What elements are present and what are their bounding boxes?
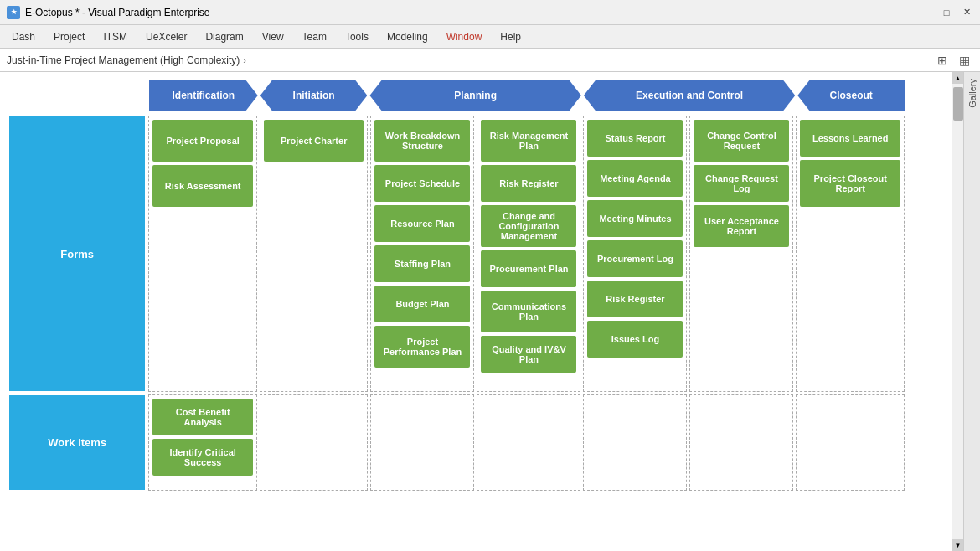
card-quality-plan[interactable]: Quality and IV&V Plan [481,336,576,373]
menu-help[interactable]: Help [492,28,529,45]
identification-column: Project Proposal Risk Assessment Cost Be… [148,116,257,491]
card-risk-assessment[interactable]: Risk Assessment [152,165,253,207]
title-bar-left: ★ E-Octopus * - Visual Paradigm Enterpri… [7,6,210,19]
row-labels: Forms Work Items [8,116,146,491]
execution-forms-sub1: Status Report Meeting Agenda Meeting Min… [583,116,687,392]
closeout-forms-section: Lessons Learned Project Closeout Report [796,116,905,392]
card-communications-plan[interactable]: Communications Plan [481,291,576,332]
menu-bar: Dash Project ITSM UeXceler Diagram View … [0,25,980,49]
card-cost-benefit-analysis[interactable]: Cost Benefit Analysis [152,399,253,435]
card-issues-log[interactable]: Issues Log [587,321,683,358]
planning-sub1: Work Breakdown Structure Project Schedul… [370,116,474,491]
menu-project[interactable]: Project [45,28,93,45]
forms-label: Forms [8,116,146,392]
phase-closeout: Closeout [797,80,905,111]
breadcrumb-icons: ⊞ ▦ [933,51,973,70]
card-risk-register-exec[interactable]: Risk Register [587,281,683,317]
closeout-workitems-section [796,394,905,491]
execution-forms-sub2: Change Control Request Change Request Lo… [689,116,793,392]
card-project-closeout[interactable]: Project Closeout Report [800,160,900,207]
menu-uexceler[interactable]: UeXceler [137,28,195,45]
card-project-charter[interactable]: Project Charter [264,120,364,162]
planning-column: Work Breakdown Structure Project Schedul… [370,116,580,491]
diagram-canvas: Identification Initiation Planning Execu… [0,72,913,524]
planning-workitems-sub2 [477,394,580,491]
breadcrumb-arrow: › [243,55,246,65]
card-user-acceptance[interactable]: User Acceptance Report [694,205,789,247]
card-meeting-minutes[interactable]: Meeting Minutes [587,200,683,237]
menu-dash[interactable]: Dash [3,28,44,45]
planning-forms-sub2: Risk Management Plan Risk Register Chang… [477,116,580,392]
menu-tools[interactable]: Tools [337,28,377,45]
identification-workitems-section: Cost Benefit Analysis Identify Critical … [148,394,257,491]
execution-sub1: Status Report Meeting Agenda Meeting Min… [583,116,687,491]
initiation-column: Project Charter [260,116,369,491]
phase-identification: Identification [149,80,258,111]
workitems-label: Work Items [8,394,146,491]
maximize-button[interactable]: □ [940,6,953,19]
initiation-forms-section: Project Charter [260,116,369,392]
phase-execution: Execution and Control [584,80,795,111]
execution-column: Status Report Meeting Agenda Meeting Min… [583,116,793,491]
initiation-workitems-section [260,394,369,491]
card-lessons-learned[interactable]: Lessons Learned [800,120,900,157]
menu-diagram[interactable]: Diagram [197,28,251,45]
menu-itsm[interactable]: ITSM [95,28,136,45]
gallery-panel[interactable]: Gallery [963,72,980,551]
grid-view-icon[interactable]: ⊞ [933,51,952,70]
identification-forms-section: Project Proposal Risk Assessment [148,116,257,392]
planning-workitems-sub1 [370,394,474,491]
execution-workitems-sub2 [689,394,793,491]
phase-initiation: Initiation [260,80,368,111]
card-identify-critical[interactable]: Identify Critical Success [152,439,253,476]
card-risk-mgmt-plan[interactable]: Risk Management Plan [481,120,576,162]
closeout-column: Lessons Learned Project Closeout Report [796,116,905,491]
scroll-up-button[interactable]: ▲ [952,72,964,84]
planning-sub2: Risk Management Plan Risk Register Chang… [477,116,580,491]
phase-planning: Planning [369,80,580,111]
main-area: Identification Initiation Planning Execu… [0,72,980,551]
close-button[interactable]: ✕ [960,6,973,19]
gallery-label: Gallery [967,79,977,108]
breadcrumb-bar: Just-in-Time Project Management (High Co… [0,49,980,72]
card-budget-plan[interactable]: Budget Plan [374,286,470,322]
card-status-report[interactable]: Status Report [587,120,683,157]
scroll-down-button[interactable]: ▼ [952,539,964,551]
app-icon: ★ [7,6,20,19]
menu-view[interactable]: View [254,28,292,45]
minimize-button[interactable]: ─ [920,6,933,19]
window-title: E-Octopus * - Visual Paradigm Enterprise [25,7,210,18]
planning-forms-sub1: Work Breakdown Structure Project Schedul… [370,116,474,392]
card-change-config[interactable]: Change and Configuration Management [481,205,576,247]
card-project-schedule[interactable]: Project Schedule [374,165,470,202]
scroll-thumb[interactable] [953,87,963,121]
card-meeting-agenda[interactable]: Meeting Agenda [587,160,683,197]
vertical-scrollbar[interactable]: ▲ ▼ [952,72,963,551]
card-change-control-req[interactable]: Change Control Request [694,120,789,162]
menu-window[interactable]: Window [438,28,491,45]
grid-content: Forms Work Items Project Proposal Risk A… [8,116,905,491]
title-bar-controls: ─ □ ✕ [920,6,973,19]
menu-modeling[interactable]: Modeling [379,28,436,45]
card-project-performance[interactable]: Project Performance Plan [374,326,470,368]
card-staffing-plan[interactable]: Staffing Plan [374,245,470,282]
title-bar: ★ E-Octopus * - Visual Paradigm Enterpri… [0,0,980,25]
card-procurement-log[interactable]: Procurement Log [587,240,683,277]
canvas-area: Identification Initiation Planning Execu… [0,72,952,551]
execution-workitems-sub1 [583,394,687,491]
card-resource-plan[interactable]: Resource Plan [374,205,470,242]
card-wbs[interactable]: Work Breakdown Structure [374,120,470,162]
menu-team[interactable]: Team [294,28,335,45]
card-change-request-log[interactable]: Change Request Log [694,165,789,202]
breadcrumb-text: Just-in-Time Project Management (High Co… [7,54,240,66]
layout-icon[interactable]: ▦ [955,51,973,70]
phases-header-row: Identification Initiation Planning Execu… [149,80,905,111]
card-project-proposal[interactable]: Project Proposal [152,120,253,162]
execution-sub2: Change Control Request Change Request Lo… [689,116,793,491]
card-procurement-plan[interactable]: Procurement Plan [481,250,576,287]
card-risk-register-plan[interactable]: Risk Register [481,165,576,202]
